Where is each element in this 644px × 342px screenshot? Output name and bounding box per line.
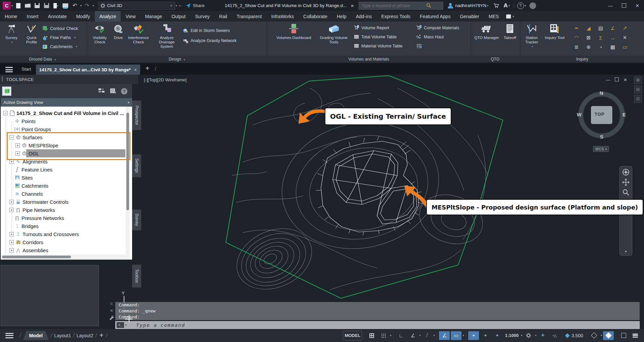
pan-icon[interactable] <box>622 179 630 186</box>
tab-survey[interactable]: Survey <box>190 11 214 22</box>
tab-express-tools[interactable]: Express Tools <box>376 11 415 22</box>
vp-close-icon[interactable]: ✕ <box>623 77 627 82</box>
autodesk-app-icon[interactable]: A <box>504 2 508 9</box>
model-space-toggle[interactable]: MODEL <box>343 331 362 340</box>
tab-genabler[interactable]: Genabler <box>455 11 484 22</box>
tree-row-turnouts[interactable]: + ⑄ Turnouts and Crossovers <box>1 230 132 238</box>
expand-icon[interactable]: + <box>9 240 14 244</box>
command-recent-chevron-icon[interactable]: ▾ <box>125 324 127 327</box>
title-arrow-icon[interactable]: ▶ <box>352 4 354 7</box>
volumes-panel-label[interactable]: Volumes and Materials <box>348 57 389 62</box>
dynamic-input-toggle[interactable]: ∠ <box>439 331 450 340</box>
tree-row-assemblies[interactable]: + ⋀ Assemblies <box>1 246 132 254</box>
osnap-tracking-toggle[interactable]: ⌖ <box>480 331 491 340</box>
workspace-selector[interactable]: Civil 3D ▾ <box>98 2 175 10</box>
survey-button[interactable]: Survey▾ <box>2 23 21 44</box>
list-properties-icon[interactable]: ≣ <box>574 44 579 50</box>
notifications-icon[interactable] <box>529 2 536 9</box>
quick-profile-button[interactable]: Quick Profile <box>22 23 41 44</box>
angle-corner-icon[interactable]: ⊠ <box>587 35 591 41</box>
search-input[interactable] <box>361 3 426 8</box>
cart-icon[interactable] <box>492 2 500 9</box>
tab-infraworks[interactable]: InfraWorks <box>267 11 298 22</box>
open-folder-icon[interactable] <box>24 2 32 9</box>
close-button[interactable]: ✕ <box>631 0 644 11</box>
quick-sum-icon[interactable]: Σ <box>599 35 602 41</box>
tree-row-points[interactable]: ✣ Points <box>1 117 132 125</box>
mass-haul-button[interactable]: Mass Haul <box>416 32 459 41</box>
tree-row-stormwater[interactable]: + Stormwater Controls <box>1 198 132 206</box>
share-icon[interactable] <box>185 2 192 9</box>
status-menu-icon[interactable] <box>5 333 13 338</box>
wcs-menu[interactable]: WCS▾ <box>593 146 609 152</box>
edit-storm-sewers-button[interactable]: Edit in Storm Sewers <box>183 26 237 36</box>
tab-help[interactable]: Help <box>332 11 351 22</box>
viewcube-south[interactable]: S <box>600 134 603 140</box>
user-avatar-icon[interactable] <box>447 2 454 9</box>
tree-row-catchments[interactable]: Catchments <box>1 182 132 190</box>
tab-output[interactable]: Output <box>167 11 190 22</box>
share-label[interactable]: Share <box>193 3 205 8</box>
item-view-toggle-icon[interactable] <box>98 88 105 94</box>
measure-arc-icon[interactable]: ◠ <box>574 35 578 41</box>
measure-distance-icon[interactable]: ━ <box>575 25 578 31</box>
volumes-dashboard-button[interactable]: Volumes Dashboard <box>270 23 317 40</box>
crosshair-toggle[interactable]: + <box>537 331 548 340</box>
isoplane-chevron-icon[interactable]: ▾ <box>433 334 435 337</box>
elevation-indicator[interactable]: 3.500 <box>564 331 585 340</box>
redo-chevron-icon[interactable]: ▾ <box>92 4 94 7</box>
station-tracker-button[interactable]: Station Tracker▾ <box>523 23 541 49</box>
lineweight-toggle[interactable]: ▭ <box>451 331 461 340</box>
analyze-gravity-button[interactable]: Analyze Gravity Network <box>183 36 237 46</box>
polar-tracking-toggle[interactable]: ∠ <box>407 331 418 340</box>
viewcube-west[interactable]: W <box>577 112 581 117</box>
tab-annotate[interactable]: Annotate <box>43 11 71 22</box>
filter-chevron-icon[interactable]: ▾ <box>601 334 602 337</box>
tree-row-pressure-networks[interactable]: ∏ Pressure Networks <box>1 214 132 222</box>
tab-modify[interactable]: Modify <box>71 11 94 22</box>
save-icon[interactable] <box>34 2 41 9</box>
ground-data-panel-label[interactable]: Ground Data ▾ <box>29 57 56 62</box>
annotation-scale-button[interactable]: 1:1000 <box>504 331 520 340</box>
analyze-drainage-button[interactable]: Analyze Drainage System <box>153 23 181 49</box>
tree-row-drawing[interactable]: − 14175_2_Show Cut and Fill Volume in Ci… <box>1 109 132 117</box>
flow-paths-button[interactable]: Flow Paths▾ <box>42 33 78 42</box>
snap-chevron-icon[interactable]: ▾ <box>390 334 391 337</box>
close-doc-icon[interactable]: × <box>134 67 137 72</box>
takeoff-button[interactable]: Takeoff <box>501 23 518 40</box>
id-point-icon[interactable]: ⊕ <box>587 44 591 50</box>
zoom-icon[interactable] <box>622 189 630 196</box>
help-search[interactable] <box>359 2 443 10</box>
command-close-icon[interactable]: ✕ <box>110 308 113 313</box>
transfer-icon[interactable]: ▸ <box>52 2 60 9</box>
save-as-icon[interactable] <box>43 2 50 9</box>
osnap-3d-toggle[interactable]: ⌖ <box>492 331 502 340</box>
minimize-button[interactable]: — <box>604 0 617 11</box>
object-snap-toggle[interactable]: ⌖ <box>468 331 479 340</box>
tree-row-bridges[interactable]: ⌶ Bridges <box>1 222 132 230</box>
polar-chevron-icon[interactable]: ▾ <box>419 334 420 337</box>
volume-report-button[interactable]: Volume Report <box>354 23 403 32</box>
tab-featured-apps[interactable]: Featured Apps <box>415 11 455 22</box>
tab-start[interactable]: Start <box>22 67 31 72</box>
grading-volume-button[interactable]: Grading Volume Tools <box>319 23 348 44</box>
visibility-check-button[interactable]: Visibility Check <box>90 23 110 44</box>
annotation-visibility-gear[interactable] <box>523 331 534 340</box>
tab-layout1[interactable]: Layout1 <box>54 333 71 338</box>
navbar-menu-icon[interactable]: ▾ <box>625 250 627 253</box>
tab-analyze[interactable]: Analyze <box>95 11 121 22</box>
toolspace-panel-icon[interactable] <box>2 86 11 96</box>
new-doc-tab-icon[interactable]: + <box>146 65 150 72</box>
tab-collaborate[interactable]: Collaborate <box>298 11 332 22</box>
new-layout-icon[interactable]: + <box>99 332 104 339</box>
app-store-chevron-icon[interactable]: ▾ <box>509 4 510 7</box>
viewport-tool-icon[interactable]: ⊡ <box>634 95 642 103</box>
collapse-icon[interactable]: − <box>3 111 8 115</box>
app-menu-chevron-icon[interactable]: ▾ <box>11 4 13 7</box>
tab-survey-palette[interactable]: Survey <box>132 209 142 231</box>
ribbon-display-toggle[interactable]: ▾ <box>506 11 515 22</box>
steering-wheel-icon[interactable] <box>622 168 630 176</box>
selection-filter-button[interactable] <box>589 331 600 340</box>
isoplane-toggle[interactable]: ⧸ <box>421 331 432 340</box>
lineweight-chevron-icon[interactable]: ▾ <box>462 334 464 337</box>
